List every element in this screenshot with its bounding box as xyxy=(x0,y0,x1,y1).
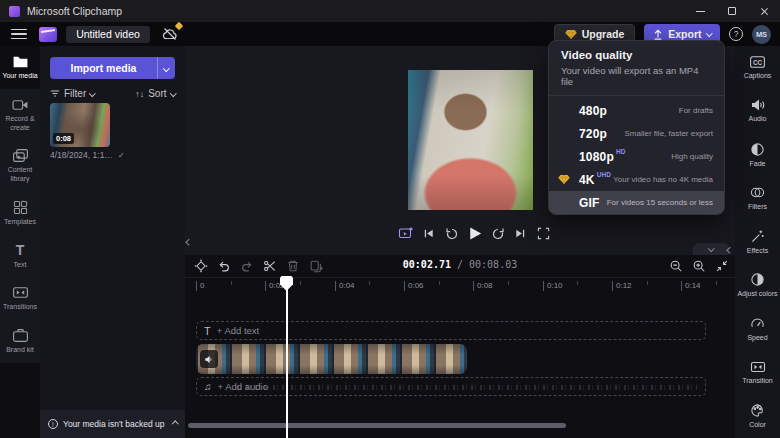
panel-item-captions[interactable]: CC Captions xyxy=(735,46,780,90)
panel-item-speed[interactable]: Speed xyxy=(735,307,780,351)
filter-label: Filter xyxy=(64,88,86,99)
clip-speaker-icon[interactable] xyxy=(200,350,218,368)
timeline-ruler[interactable]: 0 0:02 0:04 0:06 0:08 0:10 0:12 0:14 xyxy=(185,277,735,296)
delete-button[interactable] xyxy=(286,259,300,273)
sidebar-item-text[interactable]: T Text xyxy=(0,235,40,278)
close-button[interactable] xyxy=(748,0,780,22)
avatar-initials: MS xyxy=(756,30,767,39)
cloud-backup-off-icon[interactable] xyxy=(162,27,178,41)
media-panel: Import media Filter ↑↓ Sort 0:08 4/18/20… xyxy=(40,46,185,438)
color-palette-icon xyxy=(750,403,765,418)
play-button[interactable] xyxy=(466,225,483,242)
sidebar-item-label: Templates xyxy=(4,218,36,227)
panel-item-audio[interactable]: Audio xyxy=(735,90,780,134)
ruler-tick-label: 0:08 xyxy=(477,281,493,290)
panel-item-label: Fade xyxy=(750,160,766,169)
panel-item-label: Captions xyxy=(744,72,772,81)
import-media-dropdown[interactable] xyxy=(157,57,175,79)
collapse-media-panel-handle[interactable] xyxy=(187,230,192,248)
snapping-button[interactable] xyxy=(194,259,208,273)
export-option-4k[interactable]: 4K UHD Your video has no 4K media xyxy=(549,168,724,191)
duplicate-button[interactable] xyxy=(309,259,323,273)
help-label: ? xyxy=(734,29,739,39)
speaker-icon xyxy=(750,98,766,112)
panel-item-label: Audio xyxy=(749,115,767,124)
sidebar-item-brand-kit[interactable]: Brand kit xyxy=(0,320,40,363)
option-badge-hd: HD xyxy=(616,148,625,155)
redo-button[interactable] xyxy=(240,259,254,273)
panel-item-filters[interactable]: Filters xyxy=(735,177,780,221)
magic-edit-button[interactable] xyxy=(397,225,414,242)
sort-dropdown[interactable]: ↑↓ Sort xyxy=(135,88,175,99)
sidebar-item-your-media[interactable]: Your media xyxy=(0,46,40,89)
music-note-icon: ♫ xyxy=(204,381,212,392)
timeline-video-clip[interactable] xyxy=(196,344,467,374)
panel-item-color[interactable]: Color xyxy=(735,395,780,438)
export-option-gif[interactable]: GIF For videos 15 seconds or less xyxy=(549,191,724,214)
export-option-480p[interactable]: 480p For drafts xyxy=(549,99,724,122)
timeline: 00:02.71 / 00:08.03 0 0:02 0:04 xyxy=(185,255,735,438)
hamburger-menu-button[interactable] xyxy=(11,29,27,40)
chevron-up-icon xyxy=(172,421,178,427)
maximize-button[interactable] xyxy=(716,0,748,22)
option-description: Smaller file, faster export xyxy=(625,129,713,138)
playhead-line[interactable] xyxy=(286,277,288,438)
fullscreen-button[interactable] xyxy=(535,225,552,242)
minimize-button[interactable] xyxy=(684,0,716,22)
sidebar-item-record-create[interactable]: Record & create xyxy=(0,89,40,141)
split-button[interactable] xyxy=(263,259,277,273)
adjust-colors-icon xyxy=(750,272,765,287)
clip-duration-badge: 0:08 xyxy=(53,133,74,144)
panel-item-adjust-colors[interactable]: Adjust colors xyxy=(735,264,780,308)
filters-icon xyxy=(750,185,765,200)
panel-item-fade[interactable]: Fade xyxy=(735,133,780,177)
seek-forward-button[interactable] xyxy=(489,225,506,242)
import-media-button[interactable]: Import media xyxy=(50,57,175,79)
zoom-to-fit-button[interactable] xyxy=(715,259,729,273)
speed-gauge-icon xyxy=(750,316,765,331)
seek-back-button[interactable] xyxy=(443,225,460,242)
export-option-1080p[interactable]: 1080p HD High quality xyxy=(549,145,724,168)
video-preview[interactable] xyxy=(408,70,533,210)
sidebar-item-label: Your media xyxy=(2,72,37,81)
avatar[interactable]: MS xyxy=(752,25,771,44)
close-icon xyxy=(760,7,769,16)
magic-wand-icon xyxy=(750,229,765,244)
add-audio-track[interactable]: ♫ + Add audio xyxy=(196,377,706,396)
import-media-label: Import media xyxy=(50,62,157,74)
media-clip-thumbnail[interactable]: 0:08 xyxy=(50,103,110,147)
collapse-preview-tab[interactable] xyxy=(693,243,729,255)
filter-dropdown[interactable]: Filter xyxy=(50,88,95,99)
menu-title: Video quality xyxy=(561,49,712,61)
option-label: 480p xyxy=(579,104,607,118)
sidebar-item-content-library[interactable]: Content library xyxy=(0,140,40,192)
gem-icon xyxy=(558,174,570,185)
text-track-icon: T xyxy=(204,325,211,337)
collapse-right-sidebar-handle[interactable] xyxy=(728,238,733,256)
project-title-input[interactable] xyxy=(66,26,150,43)
backup-notice-bar[interactable]: ! Your media isn't backed up xyxy=(40,410,185,438)
option-description: For videos 15 seconds or less xyxy=(607,198,713,207)
timeline-horizontal-scrollbar[interactable] xyxy=(188,423,566,428)
sidebar-item-templates[interactable]: Templates xyxy=(0,192,40,235)
panel-item-effects[interactable]: Effects xyxy=(735,220,780,264)
chevron-down-icon xyxy=(706,30,712,36)
warning-icon: ! xyxy=(48,419,58,429)
panel-item-transition[interactable]: Transition xyxy=(735,351,780,395)
zoom-out-button[interactable] xyxy=(669,259,683,273)
sidebar-item-transitions[interactable]: Transitions xyxy=(0,277,40,320)
camera-icon xyxy=(12,97,29,112)
current-time: 00:02.71 xyxy=(403,259,451,270)
add-text-track[interactable]: T + Add text xyxy=(196,321,706,340)
clipchamp-logo[interactable] xyxy=(39,27,57,42)
help-button[interactable]: ? xyxy=(729,27,743,41)
skip-to-end-button[interactable] xyxy=(512,225,529,242)
zoom-in-button[interactable] xyxy=(692,259,706,273)
sidebar-item-label: Text xyxy=(14,261,27,270)
skip-to-start-button[interactable] xyxy=(420,225,437,242)
option-description: Your video has no 4K media xyxy=(613,175,713,184)
audio-waveform xyxy=(237,385,697,390)
export-option-720p[interactable]: 720p Smaller file, faster export xyxy=(549,122,724,145)
undo-button[interactable] xyxy=(217,259,231,273)
clip-synced-check-icon: ✓ xyxy=(118,150,125,160)
